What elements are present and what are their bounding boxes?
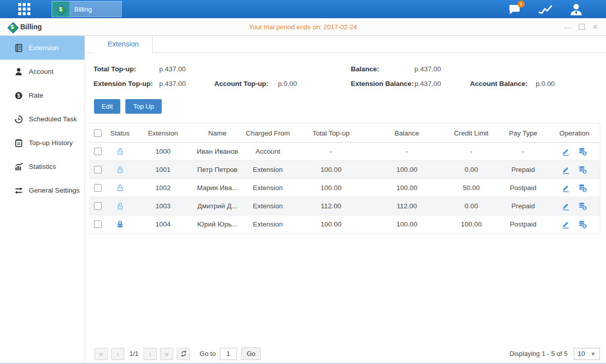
sidebar-item-label: Top-up History (29, 139, 73, 147)
page-indicator: 1/1 (129, 350, 138, 357)
sidebar-item-label: Statistics (29, 163, 56, 170)
person-icon (14, 67, 23, 76)
user-icon[interactable] (570, 3, 583, 16)
pay-type: Prepaid (498, 166, 548, 173)
table-row: 1000 Иван Иванов Account - - - - $ (89, 143, 600, 161)
balance: 100.00 (369, 166, 445, 173)
top-up-row-icon[interactable]: $ (578, 201, 587, 211)
edit-button[interactable]: Edit (94, 99, 120, 114)
next-page-button[interactable]: › (144, 348, 157, 360)
top-up-row-icon[interactable]: $ (578, 147, 587, 156)
extension-table: Status Extension Name Charged From Total… (89, 123, 600, 234)
chevron-down-icon: ▼ (590, 351, 596, 357)
edit-row-icon[interactable] (562, 147, 570, 156)
extension-name: Мария Ива... (192, 184, 243, 192)
page-size-value: 10 (578, 350, 585, 357)
maximize-button[interactable] (579, 24, 585, 30)
main-content: Extension Total Top-up: p.437.00 Balance… (85, 36, 606, 364)
extension-balance-value: p.437.00 (414, 80, 470, 87)
sidebar-item-statistics[interactable]: Statistics (0, 155, 84, 178)
credit-limit: 0.00 (445, 166, 498, 173)
refresh-button[interactable] (177, 348, 190, 360)
select-all-checkbox[interactable] (94, 129, 102, 137)
resource-monitor-icon[interactable] (538, 4, 552, 15)
row-checkbox[interactable] (94, 202, 102, 210)
extension-number: 1003 (134, 202, 192, 210)
extension-name: Дмитрий Д... (192, 202, 243, 210)
close-button[interactable]: × (592, 22, 598, 31)
total-topup: 100.00 (293, 220, 369, 228)
sidebar-item-label: Rate (29, 92, 43, 99)
total-topup: - (293, 148, 369, 155)
table-row: 1004 Юрий Юрь... Extension 100.00 100.00… (89, 215, 600, 234)
sidebar-item-label: Account (29, 68, 54, 75)
account-balance-value: p.0.00 (536, 80, 606, 87)
sidebar-item-scheduled-task[interactable]: Scheduled Task (0, 107, 84, 131)
top-up-row-icon[interactable]: $ (578, 165, 587, 174)
account-topup-value: p.0.00 (278, 80, 351, 87)
displaying-text: Displaying 1 - 5 of 5 (509, 350, 568, 357)
extension-number: 1000 (134, 148, 192, 155)
messages-icon[interactable]: ! (507, 3, 521, 16)
charged-from: Account (243, 148, 293, 155)
total-topup: 112.00 (293, 202, 369, 210)
sidebar-item-extension[interactable]: Extension (0, 36, 84, 60)
col-credit-limit: Credit Limit (445, 129, 498, 137)
charged-from: Extension (243, 166, 293, 173)
minimize-button[interactable]: — (564, 23, 571, 31)
billing-app-icon: $ (52, 2, 69, 17)
balance-label: Balance: (351, 65, 414, 73)
charged-from: Extension (243, 184, 293, 192)
extension-balance-label: Extension Balance: (351, 80, 414, 87)
last-page-button[interactable]: » (160, 348, 173, 360)
pagination-bar: « ‹ 1/1 › » Go to Go Displaying (95, 347, 600, 360)
taskbar-tab-billing[interactable]: $ Billing (52, 1, 122, 17)
prev-page-button[interactable]: ‹ (111, 348, 124, 360)
edit-row-icon[interactable] (562, 165, 570, 174)
sidebar-item-label: General Settings (29, 187, 80, 194)
sidebar: Extension Account $ Rate (0, 36, 85, 364)
pay-type: Postpaid (498, 184, 548, 192)
extension-number: 1001 (134, 166, 192, 173)
edit-row-icon[interactable] (562, 202, 570, 211)
sidebar-item-general-settings[interactable]: General Settings (0, 178, 84, 202)
extension-number: 1002 (134, 184, 192, 192)
page-size-select[interactable]: 10 ▼ (574, 348, 600, 360)
goto-page-input[interactable] (220, 348, 237, 360)
sidebar-item-topup-history[interactable]: Top-up History (0, 131, 84, 155)
trial-notice: Your trial period ends on: 2017-02-24 (249, 23, 357, 31)
apps-menu-icon[interactable] (18, 3, 30, 15)
tab-extension[interactable]: Extension (94, 36, 153, 53)
sidebar-item-account[interactable]: Account (0, 60, 84, 83)
row-checkbox[interactable] (94, 148, 102, 155)
taskbar-status-area: ! (507, 3, 583, 16)
balance: - (369, 148, 445, 155)
edit-row-icon[interactable] (562, 220, 570, 229)
sidebar-item-label: Extension (29, 44, 59, 52)
account-balance-label: Account Balance: (470, 80, 536, 87)
window-title: $ Billing (7, 22, 42, 32)
col-balance: Balance (369, 129, 445, 137)
top-up-row-icon[interactable]: $ (578, 219, 587, 229)
row-checkbox[interactable] (94, 220, 102, 228)
credit-limit: - (445, 148, 498, 155)
row-checkbox[interactable] (94, 184, 102, 192)
top-up-row-icon[interactable]: $ (578, 183, 587, 193)
lock-open-icon (106, 184, 134, 192)
top-up-button[interactable]: Top Up (125, 99, 161, 114)
sidebar-item-rate[interactable]: $ Rate (0, 83, 84, 107)
pay-type: Prepaid (498, 202, 548, 210)
taskbar: $ Billing ! (0, 0, 606, 18)
account-topup-label: Account Top-up: (214, 80, 278, 87)
refresh-icon (180, 350, 188, 357)
total-topup: 100.00 (293, 166, 369, 173)
notification-badge: ! (518, 1, 525, 8)
row-checkbox[interactable] (94, 166, 102, 173)
go-button[interactable]: Go (241, 347, 261, 360)
first-page-button[interactable]: « (95, 348, 108, 360)
rate-dollar-icon: $ (14, 91, 23, 100)
notepad-icon (14, 139, 23, 148)
balance: 112.00 (369, 202, 445, 210)
edit-row-icon[interactable] (562, 184, 570, 193)
credit-limit: 0.00 (445, 202, 498, 210)
